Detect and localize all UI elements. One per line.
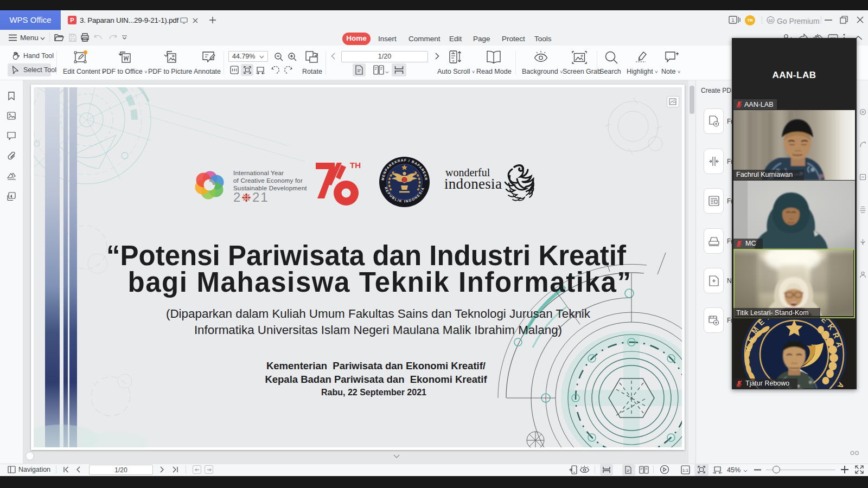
svg-text:TH: TH: [350, 160, 361, 170]
svg-text:1:1: 1:1: [682, 468, 689, 473]
svg-text:1: 1: [731, 17, 734, 23]
